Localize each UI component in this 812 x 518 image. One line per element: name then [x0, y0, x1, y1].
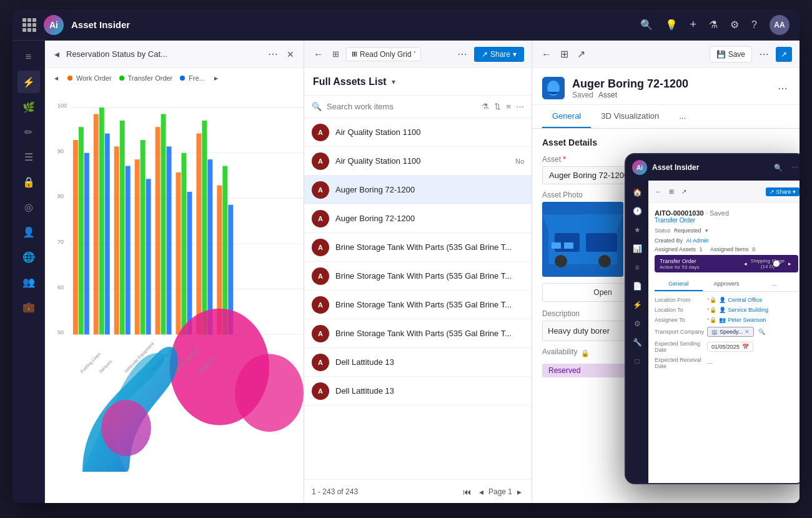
more-options-button[interactable]: ⋯: [455, 46, 469, 62]
legend-prev-button[interactable]: ◂: [52, 72, 60, 84]
detail-expand-button[interactable]: ↗: [575, 46, 587, 62]
mobile-back-button[interactable]: ←: [653, 186, 663, 197]
filter-icon[interactable]: ⚗: [482, 102, 489, 111]
settings-icon[interactable]: ⚙: [730, 19, 739, 31]
sidebar-icon-lock[interactable]: 🔒: [17, 171, 40, 193]
save-button[interactable]: 💾 Asset Save: [710, 46, 752, 62]
mobile-copy-button[interactable]: ⊞: [667, 186, 676, 197]
app-grid-icon[interactable]: [22, 18, 36, 32]
sidebar-icon-briefcase[interactable]: 💼: [17, 296, 40, 318]
next-page-button[interactable]: ▸: [515, 486, 524, 498]
mobile-expand-button[interactable]: ↗: [680, 186, 688, 197]
list-item[interactable]: A Brine Storage Tank With Parts (535 Gal…: [304, 291, 532, 319]
sidebar-icon-group[interactable]: 👥: [17, 271, 40, 293]
list-item[interactable]: A Air Quality Station 1100: [304, 118, 532, 147]
mobile-clock-icon[interactable]: 🕐: [629, 203, 645, 219]
column-menu-icon[interactable]: ⋯: [516, 102, 524, 111]
mobile-chart-icon[interactable]: 📊: [629, 241, 645, 257]
mobile-tab-general[interactable]: General: [655, 277, 703, 291]
prev-page-button[interactable]: ◂: [477, 486, 486, 498]
mobile-share-button[interactable]: ↗ Share ▾: [766, 187, 800, 196]
sidebar: ≡ ⚡ 🌿 ✏ ☰ 🔒 ◎ 👤 🌐 👥 💼: [12, 41, 45, 503]
detail-more-button[interactable]: ⋯: [757, 46, 771, 62]
sidebar-icon-person[interactable]: 👤: [17, 221, 40, 243]
nav-icons: 🔍 💡 + ⚗ ⚙ ? AA: [640, 15, 790, 35]
mobile-page-icon[interactable]: 📄: [629, 278, 645, 294]
mobile-tab-approvers[interactable]: Approvers: [703, 277, 751, 291]
sidebar-icon-lightning[interactable]: ⚡: [17, 71, 40, 93]
legend-next-button[interactable]: ▸: [212, 72, 220, 84]
svg-point-52: [598, 255, 611, 267]
tab-3d-visualization[interactable]: 3D Visualization: [591, 105, 669, 128]
back-button[interactable]: ←: [312, 47, 325, 62]
mobile-box-icon[interactable]: □: [629, 353, 645, 369]
tab-general[interactable]: General: [542, 105, 591, 128]
chart-menu-button[interactable]: ⋯: [266, 46, 280, 62]
list-item[interactable]: A Dell Lattitude 13: [304, 348, 532, 377]
sidebar-icon-edit[interactable]: ✏: [17, 121, 40, 143]
list-item[interactable]: A Brine Storage Tank With Parts (535 Gal…: [304, 262, 532, 291]
sort-icon[interactable]: ⇅: [494, 102, 501, 111]
list-item[interactable]: A Auger Boring 72-1200: [304, 176, 532, 204]
share-button[interactable]: ↗ Share ▾: [474, 47, 524, 62]
mobile-more-icon[interactable]: ⋯: [791, 164, 798, 172]
mobile-content-header: ← ⊞ ↗ ↗ Share ▾: [648, 181, 800, 203]
mobile-home-icon[interactable]: 🏠: [629, 184, 645, 201]
mobile-star-icon[interactable]: ★: [629, 222, 645, 238]
mobile-settings2-icon[interactable]: ⚙: [629, 316, 645, 332]
mobile-search-icon[interactable]: 🔍: [774, 164, 783, 172]
detail-back-button[interactable]: ←: [540, 47, 553, 62]
sidebar-icon-menu[interactable]: ≡: [17, 46, 40, 68]
list-item[interactable]: A Dell Lattitude 13: [304, 377, 532, 406]
lightbulb-icon[interactable]: 💡: [665, 19, 678, 31]
detail-title-expand[interactable]: ⋯: [776, 81, 790, 96]
list-item[interactable]: A Brine Storage Tank With Parts (535 Gal…: [304, 319, 532, 348]
mobile-assignee-value[interactable]: Peter Swanson: [728, 317, 798, 323]
asset-avatar: A: [312, 296, 329, 314]
add-icon[interactable]: +: [690, 18, 697, 31]
svg-rect-23: [146, 179, 151, 334]
progress-next[interactable]: ▸: [786, 259, 793, 269]
search-nav-icon[interactable]: 🔍: [640, 19, 653, 31]
sidebar-icon-list[interactable]: ☰: [17, 146, 40, 168]
asset-list-dropdown-icon[interactable]: ▾: [392, 77, 395, 86]
first-page-button[interactable]: ⏮: [460, 486, 474, 498]
search-input[interactable]: [327, 102, 477, 111]
chart-legend: ◂ Work Order Transfer Order Fre... ▸: [45, 68, 304, 88]
mobile-progress-dot: [773, 261, 780, 267]
asset-item-name: Brine Storage Tank With Parts (535 Gal B…: [335, 242, 524, 252]
svg-rect-25: [161, 114, 166, 335]
chart-area: 100 90 80 70 60 50: [45, 88, 304, 503]
mobile-list2-icon[interactable]: ≡: [629, 259, 645, 276]
mobile-tab-more[interactable]: ...: [750, 277, 798, 291]
progress-prev[interactable]: ◂: [742, 259, 749, 269]
list-item[interactable]: A Auger Boring 72-1200: [304, 204, 532, 233]
sidebar-icon-plant[interactable]: 🌿: [17, 96, 40, 118]
user-avatar[interactable]: AA: [770, 15, 790, 35]
mobile-gear2-icon[interactable]: 🔧: [629, 334, 645, 351]
list-view-icon[interactable]: ≡: [506, 102, 511, 111]
share-dropdown-icon: ▾: [513, 50, 517, 59]
read-only-grid-label: Read Only Grid: [360, 50, 412, 59]
chart-nav-left[interactable]: ◂: [52, 46, 61, 62]
mobile-progress-bar: Transfer Order Active for 53 days ◂ Ship…: [655, 255, 798, 272]
sidebar-icon-target[interactable]: ◎: [17, 196, 40, 218]
tab-more[interactable]: ...: [669, 105, 696, 128]
remove-company-icon[interactable]: ✕: [745, 329, 750, 335]
mobile-sending-date-value[interactable]: 01/05/2025 📅: [707, 342, 753, 352]
filter-nav-icon[interactable]: ⚗: [709, 19, 718, 31]
detail-share-button[interactable]: ↗: [776, 47, 792, 62]
company-search-icon[interactable]: 🔍: [758, 329, 765, 335]
detail-copy-button[interactable]: ⊞: [558, 46, 570, 62]
help-icon[interactable]: ?: [751, 19, 757, 31]
list-item[interactable]: A Air Quality Station 1100 No: [304, 147, 532, 176]
mobile-lightning-icon[interactable]: ⚡: [629, 297, 645, 313]
mobile-location-to-value[interactable]: Service Building: [728, 307, 798, 313]
expand-icon[interactable]: ▾: [705, 227, 708, 234]
record-icon-button[interactable]: ⊞: [330, 47, 341, 61]
chart-close-button[interactable]: ✕: [285, 47, 296, 61]
asset-item-name: Dell Lattitude 13: [335, 386, 524, 396]
mobile-location-from-value[interactable]: Central Office: [728, 297, 798, 303]
sidebar-icon-globe[interactable]: 🌐: [17, 246, 40, 268]
list-item[interactable]: A Brine Storage Tank With Parts (535 Gal…: [304, 233, 532, 262]
